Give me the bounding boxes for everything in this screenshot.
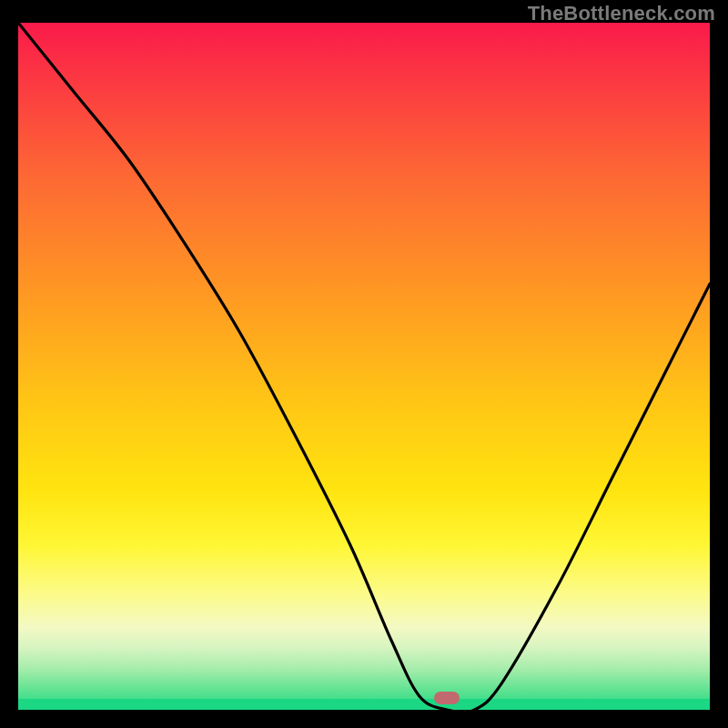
watermark-text: TheBottleneck.com <box>528 2 715 25</box>
curve-path <box>18 23 710 710</box>
bottleneck-curve <box>18 23 710 710</box>
plot-area <box>18 23 710 710</box>
optimal-marker <box>434 692 460 704</box>
chart-frame: TheBottleneck.com <box>0 0 728 728</box>
